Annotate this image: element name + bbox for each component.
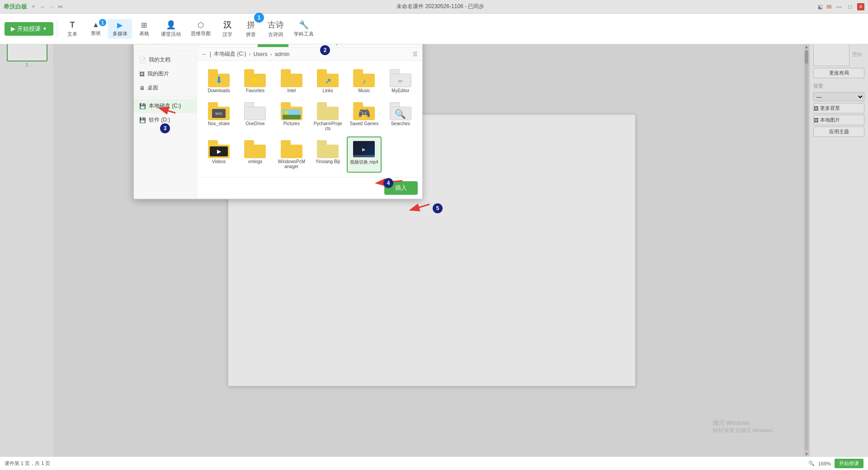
toolbar: ▶ 开始授课 ▼ T 文本 1 ▲ 形状 ▶ 多媒体 ⊞ 表格 👤 课堂活动 ⬡… <box>0 14 868 44</box>
dialog-nav: 📁 资料夹 📄 我的文档 🖼 我的图片 🖥 桌面 � <box>134 31 197 198</box>
downloads-folder-icon: ⬇ <box>208 69 230 87</box>
shape-label: 形状 <box>91 30 101 37</box>
zoom-level: 169% <box>818 461 831 466</box>
nav-separator <box>134 51 197 51</box>
myeditor-folder-icon: ✏ <box>390 69 411 87</box>
winpcmanager-folder-icon <box>281 140 302 158</box>
activity-label: 课堂活动 <box>161 31 181 38</box>
path-users[interactable]: Users <box>253 51 267 57</box>
toolbar-table[interactable]: ⊞ 表格 <box>133 19 156 39</box>
file-yinxiang[interactable]: Yinxiang Biji <box>311 136 345 173</box>
game-icon: 🎮 <box>358 108 370 119</box>
view-toggle-icon[interactable]: ☰ <box>413 51 418 57</box>
pics-icon: 🖼 <box>139 71 145 77</box>
watermark-line2: 转到"设置"以激活 Windows。 <box>713 427 778 434</box>
music-folder-icon: ♪ <box>353 69 375 87</box>
file-intel[interactable]: Intel <box>274 66 309 97</box>
text-label: 文本 <box>67 31 77 38</box>
video-mp4-label: 视频切换.mp4 <box>350 159 378 165</box>
nav-my-pics[interactable]: 🖼 我的图片 <box>134 67 197 81</box>
onedrive-folder-icon <box>244 102 266 120</box>
file-vmlogs[interactable]: vmlogs <box>238 136 272 173</box>
file-myeditor[interactable]: ✏ MyEditor <box>383 66 418 97</box>
tools-label: 学科工具 <box>294 31 314 38</box>
file-videos[interactable]: ▶ Videos <box>202 136 236 173</box>
ancient-icon: 古诗 <box>268 19 284 30</box>
nox-folder-icon: NOX <box>208 102 230 120</box>
nav-local-c[interactable]: 💾 本地磁盘 (C:) <box>134 99 197 113</box>
intel-label: Intel <box>287 88 296 93</box>
watermark-line1: 激活 Windows <box>713 419 778 427</box>
toolbar-tools[interactable]: 🔧 学科工具 <box>289 18 318 39</box>
toolbar-mindmap[interactable]: ⬡ 思维导图 <box>186 19 215 39</box>
badge-4: 4 <box>383 178 393 188</box>
pinyin-icon: 拼 <box>247 19 255 30</box>
badge-3: 3 <box>160 123 170 133</box>
music-label: Music <box>358 88 370 93</box>
hanzi-label: 汉字 <box>222 31 232 38</box>
dialog-overlay: 📁 资料夹 📄 我的文档 🖼 我的图片 🖥 桌面 � <box>0 0 868 470</box>
yinxiang-folder-icon <box>317 140 339 158</box>
table-label: 表格 <box>139 30 149 37</box>
toolbar-ancient[interactable]: 古诗 古诗词 <box>263 18 288 40</box>
video-thumb-play: ▶ <box>362 147 366 152</box>
bottom-bar: 课件第 1 页，共 1 页 🔍 169% 开始授课 <box>0 456 868 470</box>
nav-desktop[interactable]: 🖥 桌面 <box>134 81 197 95</box>
links-folder-icon: ↗ <box>317 69 339 87</box>
desktop-icon: 🖥 <box>139 85 145 91</box>
download-arrow-icon: ⬇ <box>215 75 223 85</box>
onedrive-label: OneDrive <box>245 121 264 126</box>
file-downloads[interactable]: ⬇ Downloads <box>202 66 236 97</box>
path-separator-1: | <box>210 51 211 57</box>
pycharm-label: PycharmProjects <box>313 121 342 131</box>
music-icon: ♪ <box>362 77 366 85</box>
file-pycharm[interactable]: PycharmProjects <box>311 99 345 135</box>
search-icon: 🔍 <box>395 108 406 119</box>
path-back-btn[interactable]: ← <box>202 51 207 57</box>
yinxiang-label: Yinxiang Biji <box>316 159 340 164</box>
ancient-label: 古诗词 <box>268 31 283 38</box>
intel-folder-icon <box>281 69 302 87</box>
file-nox[interactable]: NOX Nox_share <box>202 99 236 135</box>
file-favorites[interactable]: ★ Favorites <box>238 66 272 97</box>
favorites-folder-icon: ★ <box>244 69 266 87</box>
start-lesson-btn[interactable]: ▶ 开始授课 ▼ <box>5 22 53 36</box>
saved-games-folder-icon: 🎮 <box>353 102 375 120</box>
file-links[interactable]: ↗ Links <box>311 66 345 97</box>
path-admin[interactable]: admin <box>275 51 290 57</box>
file-music[interactable]: ♪ Music <box>347 66 381 97</box>
file-video-mp4[interactable]: ▶ 视频切换.mp4 <box>347 136 381 173</box>
searches-folder-icon: 🔍 <box>390 102 411 120</box>
shape-badge: 1 <box>99 19 106 26</box>
dialog-header: 📁 资料夹 📄 我的文档 🖼 我的图片 🖥 桌面 � <box>134 31 422 199</box>
toolbar-shape[interactable]: 1 ▲ 形状 <box>85 19 107 38</box>
nox-label: Nox_share <box>208 121 230 126</box>
vmlogs-label: vmlogs <box>248 159 263 164</box>
activity-icon: 👤 <box>166 20 176 30</box>
toolbar-media[interactable]: ▶ 多媒体 <box>108 19 132 39</box>
activate-watermark: 激活 Windows 转到"设置"以激活 Windows。 <box>713 419 778 434</box>
media-label: 多媒体 <box>113 30 127 37</box>
nav-local-c-label: 本地磁盘 (C:) <box>149 102 181 110</box>
media-icon: ▶ <box>117 21 123 29</box>
bottom-start-btn[interactable]: 开始授课 <box>835 459 863 468</box>
text-icon: T <box>70 20 75 30</box>
file-dialog: 📁 资料夹 📄 我的文档 🖼 我的图片 🖥 桌面 � <box>133 31 423 199</box>
video-mp4-icon: ▶ <box>353 140 375 158</box>
nav-pics-label: 我的图片 <box>147 70 169 78</box>
toolbar-hanzi[interactable]: 汉 汉字 <box>216 18 239 40</box>
pinyin-label: 拼音 <box>246 31 256 38</box>
file-saved-games[interactable]: 🎮 Saved Games <box>347 99 381 135</box>
file-searches[interactable]: 🔍 Searches <box>383 99 418 135</box>
toolbar-text[interactable]: T 文本 <box>61 19 84 39</box>
video-play-icon: ▶ <box>217 148 221 155</box>
docs-icon: 📄 <box>139 57 146 63</box>
downloads-label: Downloads <box>208 88 230 93</box>
file-winpcmanager[interactable]: WindowsPcManager <box>274 136 309 173</box>
myeditor-label: MyEditor <box>392 88 409 93</box>
file-pictures[interactable]: Pictures <box>274 99 309 135</box>
toolbar-activity[interactable]: 👤 课堂活动 <box>156 18 185 39</box>
path-disk[interactable]: 本地磁盘 (C:) <box>214 50 246 58</box>
file-onedrive[interactable]: OneDrive <box>238 99 272 135</box>
nav-my-docs[interactable]: 📄 我的文档 <box>134 53 197 67</box>
